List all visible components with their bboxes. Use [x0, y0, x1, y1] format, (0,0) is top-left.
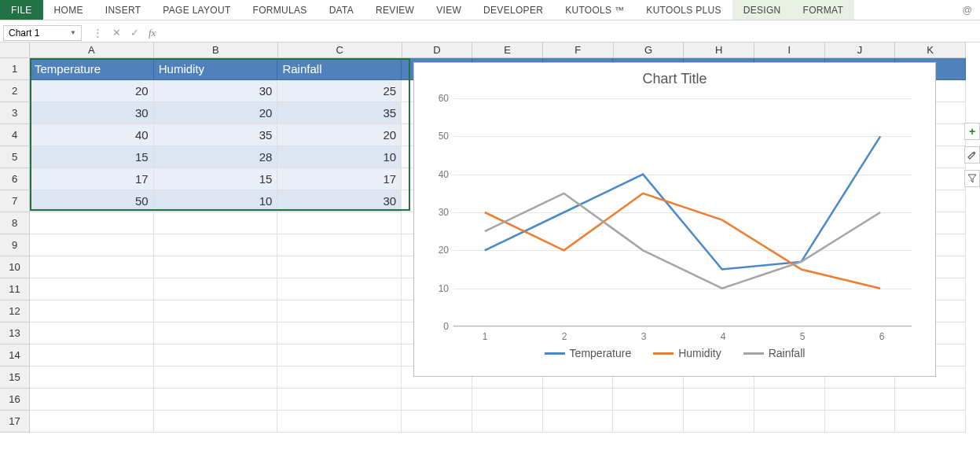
cell-G16[interactable] [613, 389, 684, 411]
cell-C7[interactable]: 30 [277, 190, 402, 212]
row-header-16[interactable]: 16 [0, 389, 30, 411]
cell-C5[interactable]: 10 [277, 146, 402, 168]
ribbon-tab-home[interactable]: HOME [43, 0, 94, 20]
chart-filters-button[interactable] [964, 170, 980, 187]
chart-elements-button[interactable]: + [964, 123, 980, 140]
cell-B7[interactable]: 10 [154, 190, 278, 212]
row-header-9[interactable]: 9 [0, 234, 30, 256]
cell-D17[interactable] [402, 411, 472, 433]
row-header-14[interactable]: 14 [0, 344, 30, 366]
cell-F16[interactable] [543, 389, 614, 411]
cell-E17[interactable] [472, 411, 543, 433]
cell-H17[interactable] [684, 411, 754, 433]
row-header-7[interactable]: 7 [0, 190, 30, 212]
column-header-B[interactable]: B [154, 42, 278, 58]
cell-C1[interactable]: Rainfall [277, 58, 402, 80]
cell-C10[interactable] [277, 256, 402, 278]
row-header-17[interactable]: 17 [0, 411, 30, 433]
cell-B15[interactable] [154, 366, 278, 389]
ribbon-tab-file[interactable]: FILE [0, 0, 43, 20]
cell-B1[interactable]: Humidity [154, 58, 278, 80]
cell-B5[interactable]: 28 [154, 146, 278, 168]
cell-B6[interactable]: 15 [154, 168, 278, 190]
cell-I17[interactable] [754, 411, 825, 433]
cell-A14[interactable] [30, 344, 154, 366]
enter-icon[interactable]: ✓ [130, 27, 139, 39]
cell-A15[interactable] [30, 366, 154, 389]
cell-J17[interactable] [825, 411, 896, 433]
cell-C12[interactable] [277, 300, 402, 322]
cell-A7[interactable]: 50 [30, 190, 154, 212]
cell-D16[interactable] [402, 389, 472, 411]
ribbon-tab-design[interactable]: DESIGN [732, 0, 792, 20]
ribbon-tab-kutools-[interactable]: KUTOOLS ™ [554, 0, 635, 20]
cell-C8[interactable] [277, 212, 402, 234]
cell-A2[interactable]: 20 [30, 80, 154, 102]
cell-C6[interactable]: 17 [277, 168, 402, 190]
column-header-F[interactable]: F [543, 42, 614, 58]
cell-A4[interactable]: 40 [30, 124, 154, 146]
cell-C15[interactable] [277, 366, 402, 389]
legend-item-rainfall[interactable]: Rainfall [743, 347, 806, 359]
cell-C9[interactable] [277, 234, 402, 256]
row-header-1[interactable]: 1 [0, 58, 30, 80]
cell-A3[interactable]: 30 [30, 102, 154, 124]
chart-styles-button[interactable] [964, 146, 980, 164]
column-header-E[interactable]: E [472, 42, 543, 58]
cell-C17[interactable] [277, 411, 402, 433]
chart-plot-area[interactable]: 0102030405060123456 [453, 98, 912, 326]
row-header-8[interactable]: 8 [0, 212, 30, 234]
column-header-C[interactable]: C [278, 42, 402, 58]
row-header-10[interactable]: 10 [0, 256, 30, 278]
cell-C14[interactable] [277, 344, 402, 366]
name-box[interactable]: Chart 1 ▼ [3, 25, 82, 41]
cell-B16[interactable] [154, 389, 278, 411]
cell-K17[interactable] [895, 411, 966, 433]
cell-C16[interactable] [277, 389, 402, 411]
fx-icon[interactable]: fx [149, 27, 156, 39]
row-header-12[interactable]: 12 [0, 300, 30, 322]
cell-B3[interactable]: 20 [154, 102, 278, 124]
legend-item-temperature[interactable]: Temperature [545, 347, 632, 359]
column-header-G[interactable]: G [614, 42, 685, 58]
ribbon-tab-view[interactable]: VIEW [425, 0, 472, 20]
ribbon-tab-developer[interactable]: DEVELOPER [472, 0, 554, 20]
cell-A13[interactable] [30, 322, 154, 344]
row-header-5[interactable]: 5 [0, 146, 30, 168]
ribbon-tab-kutools-plus[interactable]: KUTOOLS PLUS [635, 0, 732, 20]
ribbon-tab-insert[interactable]: INSERT [94, 0, 152, 20]
cell-K16[interactable] [895, 389, 966, 411]
cell-H16[interactable] [684, 389, 754, 411]
cell-B8[interactable] [154, 212, 278, 234]
cell-C13[interactable] [277, 322, 402, 344]
cell-A10[interactable] [30, 256, 154, 278]
cell-B4[interactable]: 35 [154, 124, 278, 146]
cell-A8[interactable] [30, 212, 154, 234]
column-header-H[interactable]: H [684, 42, 754, 58]
cell-C3[interactable]: 35 [277, 102, 402, 124]
cell-I16[interactable] [754, 389, 825, 411]
select-all-corner[interactable] [0, 42, 30, 58]
legend-item-humidity[interactable]: Humidity [653, 347, 721, 359]
cell-B9[interactable] [154, 234, 278, 256]
cell-A9[interactable] [30, 234, 154, 256]
chart-legend[interactable]: TemperatureHumidityRainfall [414, 347, 935, 359]
cell-A6[interactable]: 17 [30, 168, 154, 190]
ribbon-tab-data[interactable]: DATA [318, 0, 365, 20]
ribbon-tab-page-layout[interactable]: PAGE LAYOUT [152, 0, 241, 20]
name-box-dropdown-icon[interactable]: ▼ [70, 29, 76, 36]
row-header-3[interactable]: 3 [0, 102, 30, 124]
cell-A5[interactable]: 15 [30, 146, 154, 168]
series-line-humidity[interactable] [485, 193, 880, 289]
cell-B12[interactable] [154, 300, 278, 322]
row-header-2[interactable]: 2 [0, 80, 30, 102]
cell-A17[interactable] [30, 411, 154, 433]
chart-title[interactable]: Chart Title [414, 71, 935, 87]
column-header-I[interactable]: I [754, 42, 825, 58]
row-header-13[interactable]: 13 [0, 322, 30, 344]
chart-object[interactable]: Chart Title 0102030405060123456 Temperat… [413, 62, 936, 377]
ribbon-tab-review[interactable]: REVIEW [365, 0, 425, 20]
cell-F17[interactable] [543, 411, 614, 433]
cell-E16[interactable] [472, 389, 543, 411]
column-header-K[interactable]: K [895, 42, 966, 58]
